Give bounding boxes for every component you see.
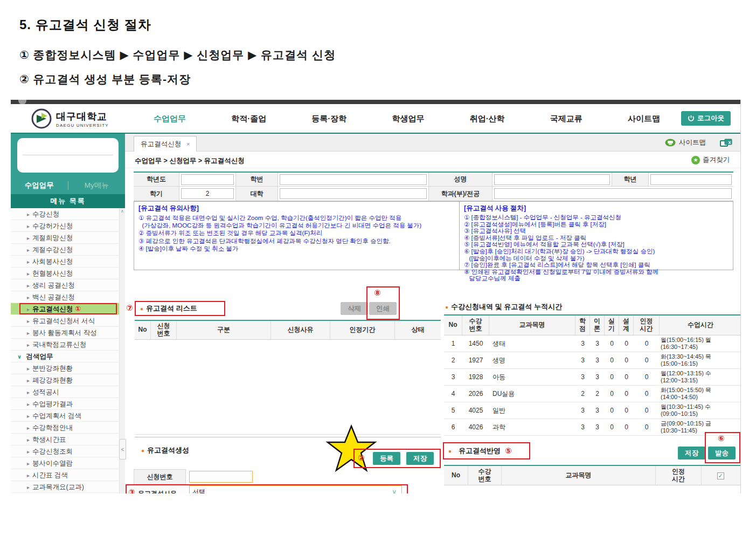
cell-7: 0 (634, 386, 660, 402)
notice-box: [유고결석 유의사항] ① 유고결석 적용은 대면수업 및 실시간 Zoom 수… (134, 201, 733, 270)
reason-select-dropdown[interactable]: 선택 (189, 485, 402, 493)
cell-8: 월(10:30~11:45) 수(09:00~10:15) (660, 402, 741, 419)
sidebar-item-국내학점교류신청[interactable]: ▸국내학점교류신청 (11, 339, 119, 351)
university-logo[interactable]: 대구대학교 DAEGU UNIVERSITY (31, 108, 109, 129)
menu-arrow-icon: ▸ (27, 211, 30, 217)
page: 5. 유고결석 신청 절차 ① 종합정보시스템 ▶ 수업업무 ▶ 신청업무 ▶ … (0, 0, 756, 535)
sidebar: 수업업무 My메뉴 메뉴 목록 ▸수강신청▸수강허가신청▸계절희망신청▸계절수강… (11, 134, 125, 493)
send-button[interactable]: 발송 (708, 447, 736, 459)
sidebar-item-유고결석신청[interactable]: ▸유고결석신청① (11, 303, 119, 315)
cell-7: 0 (634, 335, 660, 352)
sidebar-tab-main[interactable]: 수업업무 (11, 181, 68, 190)
tab-bar: 유고결석신청 × 사이트맵 x (125, 134, 740, 152)
college-input[interactable] (280, 188, 427, 199)
scroll-up-icon[interactable]: ∧ (120, 209, 125, 214)
sidebar-item-계절희망신청[interactable]: ▸계절희망신청 (11, 232, 119, 244)
sidebar-item-계절수강신청[interactable]: ▸계절수강신청 (11, 244, 119, 256)
sidebar-item-시간표 검색[interactable]: ▸시간표 검색 (11, 469, 119, 481)
sidebar-item-label: 사회봉사신청 (32, 258, 73, 265)
save-apply-button[interactable]: 저장 (678, 447, 705, 459)
select-all-checkbox[interactable]: ✓ (717, 472, 724, 479)
sidebar-item-생리 공결신청[interactable]: ▸생리 공결신청 (11, 279, 119, 291)
sidebar-item-label: 수강신청 (32, 210, 59, 218)
column-header-6: 설 계 (619, 315, 634, 335)
tab-close-icon[interactable]: × (186, 141, 190, 147)
cell-7: 0 (634, 419, 660, 435)
nav-item-수업업무[interactable]: 수업업무 (154, 114, 186, 124)
sidebar-item-취업적성추천[interactable]: ▸취업적성추천 (11, 493, 119, 493)
favorite-link[interactable]: ★ 즐겨찾기 (691, 155, 730, 164)
sidebar-item-label: 수업평가결과 (32, 400, 73, 408)
cell-8: 월(12:00~13:15) 수(12:00~13:15) (660, 369, 741, 385)
cell-0: 5 (444, 402, 462, 419)
sitemap-link[interactable]: 사이트맵 (665, 138, 706, 147)
grade-input[interactable] (650, 174, 732, 185)
sidebar-item-수강학점안내[interactable]: ▸수강학점안내 (11, 422, 119, 434)
logo-subtitle: DAEGU UNIVERSITY (56, 123, 109, 128)
enrollment-row[interactable]: 11450생태33000월(15:00~16:15) 월(16:30~17:45… (444, 335, 741, 352)
enrollment-row[interactable]: 64026과학33000금(09:00~10:15) 금(10:30~11:45… (444, 419, 741, 436)
enrollment-row[interactable]: 31928아동33000월(12:00~13:15) 수(12:00~13:15… (444, 369, 741, 386)
nav-item-등록·장학[interactable]: 등록·장학 (311, 114, 346, 124)
sidebar-item-봉사 활동계획서 작성[interactable]: ▸봉사 활동계획서 작성 (11, 327, 119, 339)
year-input[interactable] (181, 174, 234, 185)
register-button[interactable]: 등록 (373, 452, 400, 465)
close-tab-group-icon[interactable]: x (720, 139, 733, 147)
app-window: 대구대학교 DAEGU UNIVERSITY 수업업무학적·졸업등록·장학학생업… (11, 100, 741, 493)
cell-0: 6 (444, 419, 462, 435)
sidebar-item-수업계획서 검색[interactable]: ▸수업계획서 검색 (11, 410, 119, 422)
sidebar-item-백신 공결신청[interactable]: ▸백신 공결신청 (11, 291, 119, 303)
sidebar-item-label: 국내학점교류신청 (32, 341, 86, 348)
sidebar-section-search[interactable]: ∨ 검색업무 (11, 351, 119, 362)
sidebar-tab-mymenu[interactable]: My메뉴 (68, 181, 126, 190)
sidebar-item-수강신청[interactable]: ▸수강신청 (11, 208, 119, 220)
nav-item-학생업무[interactable]: 학생업무 (392, 114, 424, 124)
enrollment-row[interactable]: 21927생명33000화(13:30~14:45) 목(15:00~16:15… (444, 352, 741, 369)
nav-item-학적·졸업[interactable]: 학적·졸업 (231, 114, 266, 124)
sidebar-item-교과목개요(교과)[interactable]: ▸교과목개요(교과) (11, 481, 119, 493)
menu-arrow-icon: ▸ (27, 247, 30, 253)
sidebar-item-수강신청조회[interactable]: ▸수강신청조회 (11, 445, 119, 457)
sidebar-item-label: 분반강좌현황 (32, 365, 73, 372)
sidebar-item-성적공시[interactable]: ▸성적공시 (11, 386, 119, 398)
nav-item-사이트맵[interactable]: 사이트맵 (628, 114, 660, 124)
year-label: 학년도 (134, 173, 179, 186)
cell-8: 월(15:00~16:15) 월(16:30~17:45) (660, 335, 741, 352)
favorite-label: 즐겨찾기 (703, 155, 730, 164)
enrollment-row[interactable]: 54025일반33000월(10:30~11:45) 수(09:00~10:15… (444, 402, 741, 419)
sidebar-item-헌혈봉사신청[interactable]: ▸헌혈봉사신청 (11, 268, 119, 279)
cell-6: 0 (619, 369, 634, 385)
sidebar-item-수업평가결과[interactable]: ▸수업평가결과 (11, 398, 119, 410)
sidebar-item-봉사이수열람[interactable]: ▸봉사이수열람 (11, 457, 119, 469)
bullet-icon: ● (448, 448, 452, 454)
student-no-input[interactable] (280, 174, 427, 185)
semester-input[interactable] (181, 188, 234, 199)
nav-item-국제교류[interactable]: 국제교류 (550, 114, 582, 124)
sidebar-item-label: 수강학점안내 (32, 424, 73, 431)
sidebar-item-분반강좌현황[interactable]: ▸분반강좌현황 (11, 362, 119, 374)
enrollment-title: 수강신청내역 및 유고결석 누적시간 (451, 302, 562, 312)
print-button[interactable]: 인쇄 (369, 302, 397, 315)
name-input[interactable] (494, 174, 610, 185)
sidebar-item-학생시간표[interactable]: ▸학생시간표 (11, 434, 119, 445)
doc-title: 5. 유고결석 신청 절차 (19, 16, 151, 33)
logout-button[interactable]: 로그아웃 (681, 111, 731, 126)
tab-active[interactable]: 유고결석신청 × (134, 136, 197, 152)
enrollment-row[interactable]: 42026DU실용22000화(15:00~15:50) 목(14:00~14:… (444, 386, 741, 402)
sidebar-item-유고결석신청서 서식[interactable]: ▸유고결석신청서 서식 (11, 315, 119, 327)
nav-item-취업·산학[interactable]: 취업·산학 (470, 114, 505, 124)
apply-no-input[interactable] (189, 471, 253, 483)
chevron-down-icon: ∨ (17, 354, 22, 360)
name-label: 성명 (429, 173, 493, 186)
sidebar-item-수강허가신청[interactable]: ▸수강허가신청 (11, 220, 119, 232)
sidebar-item-사회봉사신청[interactable]: ▸사회봉사신청 (11, 256, 119, 268)
sidebar-item-폐강강좌현황[interactable]: ▸폐강강좌현황 (11, 374, 119, 386)
notice-caution: [유고결석 유의사항] ① 유고결석 적용은 대면수업 및 실시간 Zoom 수… (134, 202, 460, 270)
dept-input[interactable] (494, 188, 732, 199)
save-create-button[interactable]: 저장 (406, 452, 434, 465)
cell-3: 3 (575, 419, 590, 435)
sidebar-collapse-handle[interactable]: < (119, 439, 126, 459)
sidebar-section-label: 검색업무 (24, 353, 53, 360)
delete-button[interactable]: 삭제 (341, 302, 368, 315)
sidebar-item-label: 생리 공결신청 (32, 282, 74, 289)
